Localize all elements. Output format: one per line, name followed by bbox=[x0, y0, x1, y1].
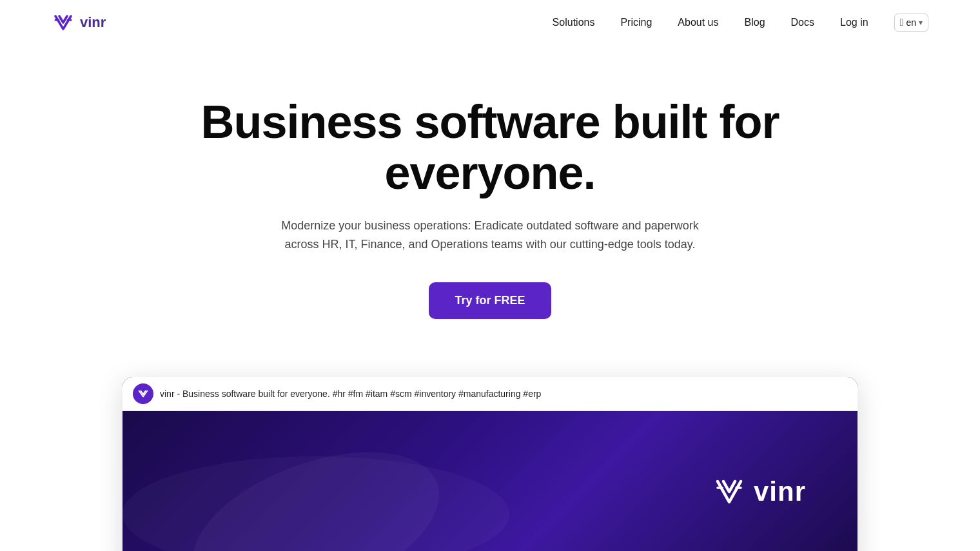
vinr-watermark-icon bbox=[712, 475, 746, 508]
hero-section: Business software built for everyone. Mo… bbox=[0, 45, 980, 351]
try-free-button[interactable]: Try for FREE bbox=[429, 282, 551, 319]
hero-title: Business software built for everyone. bbox=[135, 97, 845, 198]
video-channel-avatar bbox=[133, 383, 153, 404]
nav-docs[interactable]: Docs bbox=[791, 17, 814, 28]
nav-pricing[interactable]: Pricing bbox=[620, 17, 652, 28]
nav-login[interactable]: Log in bbox=[840, 17, 868, 28]
hero-subtitle: Modernize your business operations: Erad… bbox=[271, 217, 709, 254]
nav-blog[interactable]: Blog bbox=[745, 17, 765, 28]
translate-icon:  bbox=[900, 17, 904, 28]
logo-link[interactable]: vinr bbox=[52, 11, 106, 34]
nav-about-us[interactable]: About us bbox=[678, 17, 718, 28]
video-body[interactable]: vinr bbox=[122, 411, 858, 551]
vinr-watermark: vinr bbox=[712, 475, 806, 508]
main-nav: Solutions Pricing About us Blog Docs Log… bbox=[553, 14, 928, 32]
language-current: en bbox=[906, 17, 916, 28]
vinr-watermark-text: vinr bbox=[754, 476, 806, 507]
video-section: vinr - Business software built for every… bbox=[0, 351, 980, 551]
video-bar: vinr - Business software built for every… bbox=[122, 377, 858, 411]
language-selector[interactable]:  en ▾ bbox=[894, 14, 928, 32]
nav-solutions[interactable]: Solutions bbox=[553, 17, 595, 28]
chevron-down-icon: ▾ bbox=[919, 18, 923, 27]
video-container: vinr - Business software built for every… bbox=[122, 377, 858, 551]
logo-text: vinr bbox=[80, 14, 106, 31]
video-title-text: vinr - Business software built for every… bbox=[160, 389, 541, 399]
header: vinr Solutions Pricing About us Blog Doc… bbox=[0, 0, 980, 45]
vinr-logo-icon bbox=[52, 11, 75, 34]
